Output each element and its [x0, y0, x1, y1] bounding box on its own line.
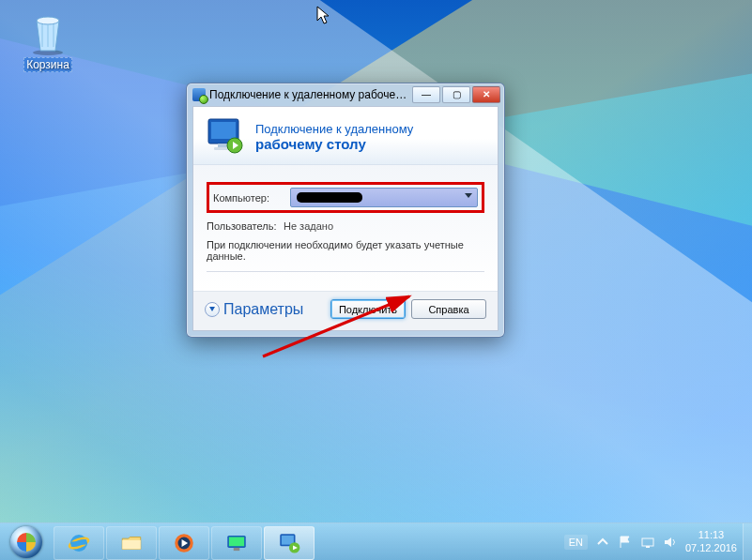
user-value: Не задано	[284, 220, 333, 232]
chevron-down-icon	[465, 193, 472, 198]
header-banner: Подключение к удаленному рабочему столу	[193, 107, 498, 165]
rdp-app-icon	[192, 88, 206, 101]
media-player-icon	[172, 531, 196, 555]
window-controls: — ▢ ✕	[412, 86, 500, 103]
tray-arrow-icon[interactable]	[595, 535, 610, 550]
show-desktop-button[interactable]	[743, 523, 752, 560]
options-toggle[interactable]: Параметры	[205, 299, 303, 319]
highlight-computer-row: Компьютер:	[207, 182, 484, 213]
divider	[207, 271, 484, 272]
connect-button[interactable]: Подключить	[330, 299, 406, 319]
credentials-hint: При подключении необходимо будет указать…	[207, 239, 484, 262]
taskbar-app1[interactable]	[211, 526, 262, 560]
window-client: Подключение к удаленному рабочему столу …	[192, 106, 499, 331]
recycle-bin-label: Корзина	[23, 57, 72, 72]
options-label: Параметры	[223, 301, 303, 318]
maximize-button[interactable]: ▢	[442, 86, 470, 103]
computer-label: Компьютер:	[213, 192, 284, 204]
chevron-down-icon	[205, 302, 220, 317]
system-tray: EN 11:13 07.12.2016	[555, 523, 743, 560]
computer-combobox[interactable]	[290, 188, 478, 207]
heading-line-2: рабочему столу	[255, 136, 413, 153]
heading-line-1: Подключение к удаленному	[255, 122, 413, 137]
cursor-icon	[316, 6, 330, 24]
ie-icon	[67, 531, 91, 555]
windows-logo-icon	[10, 526, 42, 558]
taskbar-rdp[interactable]	[264, 526, 315, 560]
svg-rect-16	[234, 548, 240, 551]
svg-rect-3	[211, 122, 236, 139]
clock[interactable]: 11:13 07.12.2016	[685, 529, 737, 553]
svg-rect-15	[229, 537, 244, 547]
close-button[interactable]: ✕	[472, 86, 500, 103]
svg-rect-10	[70, 541, 87, 544]
taskbar: EN 11:13 07.12.2016	[0, 522, 752, 560]
help-button[interactable]: Справка	[411, 299, 486, 319]
desktop-recycle-bin[interactable]: Корзина	[14, 11, 82, 71]
user-label: Пользователь:	[207, 220, 278, 232]
rdp-logo-icon	[205, 117, 246, 159]
language-indicator[interactable]: EN	[564, 535, 588, 550]
rdp-taskbar-icon	[277, 531, 301, 555]
svg-rect-11	[122, 540, 141, 550]
desktop[interactable]: Корзина Подключение к удаленному рабочем…	[0, 0, 752, 522]
minimize-button[interactable]: —	[412, 86, 440, 103]
taskbar-ie[interactable]	[54, 526, 104, 560]
taskbar-media-player[interactable]	[159, 526, 209, 560]
clock-time: 11:13	[685, 529, 737, 541]
start-button[interactable]	[0, 523, 53, 560]
svg-rect-21	[646, 546, 650, 548]
button-bar: Параметры Подключить Справка	[193, 291, 498, 330]
window-title: Подключение к удаленному рабочему столу	[209, 88, 408, 101]
rdp-window: Подключение к удаленному рабочему столу …	[186, 83, 505, 338]
clock-date: 07.12.2016	[685, 542, 737, 554]
titlebar[interactable]: Подключение к удаленному рабочему столу …	[187, 83, 504, 106]
folder-icon	[119, 531, 144, 555]
volume-icon[interactable]	[663, 535, 678, 550]
computer-value-redacted	[297, 192, 362, 203]
form-body: Компьютер: Пользователь: Не задано При п…	[193, 165, 498, 291]
svg-rect-20	[642, 538, 653, 546]
recycle-bin-icon	[25, 11, 70, 56]
monitor-icon	[224, 531, 249, 555]
flag-icon[interactable]	[618, 535, 633, 550]
network-icon[interactable]	[640, 535, 655, 550]
taskbar-explorer[interactable]	[106, 526, 157, 560]
svg-point-1	[37, 17, 59, 24]
